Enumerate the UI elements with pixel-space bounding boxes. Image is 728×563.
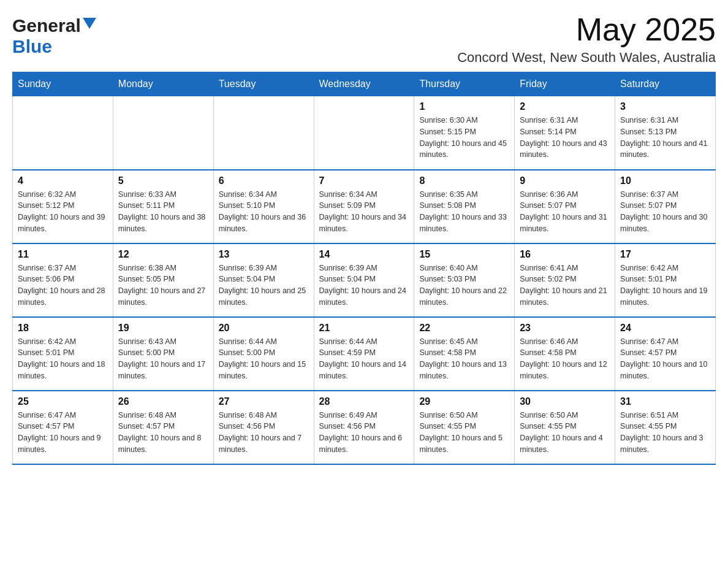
day-number: 31: [620, 396, 710, 407]
calendar-cell: 17Sunrise: 6:42 AMSunset: 5:01 PMDayligh…: [615, 243, 716, 317]
calendar-cell: 12Sunrise: 6:38 AMSunset: 5:05 PMDayligh…: [113, 243, 213, 317]
calendar-cell: 31Sunrise: 6:51 AMSunset: 4:55 PMDayligh…: [615, 391, 716, 464]
calendar-cell: 24Sunrise: 6:47 AMSunset: 4:57 PMDayligh…: [615, 317, 716, 391]
day-number: 22: [419, 323, 509, 334]
calendar-table: SundayMondayTuesdayWednesdayThursdayFrid…: [12, 72, 716, 465]
day-info: Sunrise: 6:34 AMSunset: 5:09 PMDaylight:…: [319, 189, 409, 235]
calendar-week-row: 4Sunrise: 6:32 AMSunset: 5:12 PMDaylight…: [13, 170, 716, 243]
calendar-cell: 28Sunrise: 6:49 AMSunset: 4:56 PMDayligh…: [314, 391, 414, 464]
day-number: 28: [319, 396, 409, 407]
column-header-friday: Friday: [515, 72, 615, 96]
day-info: Sunrise: 6:37 AMSunset: 5:06 PMDaylight:…: [18, 262, 108, 308]
calendar-cell: 6Sunrise: 6:34 AMSunset: 5:10 PMDaylight…: [213, 170, 314, 243]
day-info: Sunrise: 6:34 AMSunset: 5:10 PMDaylight:…: [219, 189, 309, 235]
calendar-week-row: 1Sunrise: 6:30 AMSunset: 5:15 PMDaylight…: [13, 96, 716, 170]
calendar-cell: 29Sunrise: 6:50 AMSunset: 4:55 PMDayligh…: [414, 391, 515, 464]
calendar-cell: [213, 96, 314, 170]
day-info: Sunrise: 6:32 AMSunset: 5:12 PMDaylight:…: [18, 189, 108, 235]
column-header-thursday: Thursday: [414, 72, 515, 96]
day-number: 10: [620, 175, 710, 186]
day-info: Sunrise: 6:47 AMSunset: 4:57 PMDaylight:…: [620, 336, 710, 382]
day-number: 29: [419, 396, 509, 407]
day-number: 20: [219, 323, 309, 334]
day-number: 24: [620, 323, 710, 334]
day-info: Sunrise: 6:39 AMSunset: 5:04 PMDaylight:…: [319, 262, 409, 308]
day-info: Sunrise: 6:44 AMSunset: 5:00 PMDaylight:…: [219, 336, 309, 382]
day-number: 1: [419, 101, 509, 112]
day-info: Sunrise: 6:46 AMSunset: 4:58 PMDaylight:…: [520, 336, 610, 382]
title-section: May 2025 Concord West, New South Wales, …: [457, 12, 716, 66]
calendar-cell: [314, 96, 414, 170]
day-number: 21: [319, 323, 409, 334]
day-info: Sunrise: 6:35 AMSunset: 5:08 PMDaylight:…: [419, 189, 509, 235]
day-info: Sunrise: 6:51 AMSunset: 4:55 PMDaylight:…: [620, 410, 710, 456]
day-number: 5: [118, 175, 208, 186]
day-number: 19: [118, 323, 208, 334]
day-number: 15: [419, 249, 509, 260]
calendar-cell: 25Sunrise: 6:47 AMSunset: 4:57 PMDayligh…: [13, 391, 113, 464]
day-info: Sunrise: 6:42 AMSunset: 5:01 PMDaylight:…: [18, 336, 108, 382]
day-number: 7: [319, 175, 409, 186]
month-year-title: May 2025: [457, 12, 716, 47]
calendar-cell: 20Sunrise: 6:44 AMSunset: 5:00 PMDayligh…: [213, 317, 314, 391]
calendar-cell: 1Sunrise: 6:30 AMSunset: 5:15 PMDaylight…: [414, 96, 515, 170]
day-number: 18: [18, 323, 108, 334]
calendar-cell: 10Sunrise: 6:37 AMSunset: 5:07 PMDayligh…: [615, 170, 716, 243]
calendar-cell: 3Sunrise: 6:31 AMSunset: 5:13 PMDaylight…: [615, 96, 716, 170]
calendar-cell: 9Sunrise: 6:36 AMSunset: 5:07 PMDaylight…: [515, 170, 615, 243]
calendar-cell: 18Sunrise: 6:42 AMSunset: 5:01 PMDayligh…: [13, 317, 113, 391]
calendar-cell: 23Sunrise: 6:46 AMSunset: 4:58 PMDayligh…: [515, 317, 615, 391]
day-info: Sunrise: 6:40 AMSunset: 5:03 PMDaylight:…: [419, 262, 509, 308]
day-info: Sunrise: 6:31 AMSunset: 5:13 PMDaylight:…: [620, 115, 710, 161]
day-info: Sunrise: 6:41 AMSunset: 5:02 PMDaylight:…: [520, 262, 610, 308]
calendar-cell: 15Sunrise: 6:40 AMSunset: 5:03 PMDayligh…: [414, 243, 515, 317]
column-header-wednesday: Wednesday: [314, 72, 414, 96]
day-info: Sunrise: 6:38 AMSunset: 5:05 PMDaylight:…: [118, 262, 208, 308]
calendar-cell: 22Sunrise: 6:45 AMSunset: 4:58 PMDayligh…: [414, 317, 515, 391]
day-info: Sunrise: 6:48 AMSunset: 4:56 PMDaylight:…: [219, 410, 309, 456]
column-header-saturday: Saturday: [615, 72, 716, 96]
calendar-cell: 21Sunrise: 6:44 AMSunset: 4:59 PMDayligh…: [314, 317, 414, 391]
calendar-cell: 4Sunrise: 6:32 AMSunset: 5:12 PMDaylight…: [13, 170, 113, 243]
calendar-cell: 27Sunrise: 6:48 AMSunset: 4:56 PMDayligh…: [213, 391, 314, 464]
day-number: 25: [18, 396, 108, 407]
location-subtitle: Concord West, New South Wales, Australia: [457, 50, 716, 66]
calendar-cell: 16Sunrise: 6:41 AMSunset: 5:02 PMDayligh…: [515, 243, 615, 317]
day-info: Sunrise: 6:30 AMSunset: 5:15 PMDaylight:…: [419, 115, 509, 161]
day-info: Sunrise: 6:50 AMSunset: 4:55 PMDaylight:…: [419, 410, 509, 456]
calendar-cell: 13Sunrise: 6:39 AMSunset: 5:04 PMDayligh…: [213, 243, 314, 317]
day-number: 23: [520, 323, 610, 334]
calendar-week-row: 25Sunrise: 6:47 AMSunset: 4:57 PMDayligh…: [13, 391, 716, 464]
logo: General Blue: [12, 12, 96, 57]
calendar-cell: [13, 96, 113, 170]
day-number: 2: [520, 101, 610, 112]
calendar-cell: 30Sunrise: 6:50 AMSunset: 4:55 PMDayligh…: [515, 391, 615, 464]
calendar-week-row: 11Sunrise: 6:37 AMSunset: 5:06 PMDayligh…: [13, 243, 716, 317]
day-info: Sunrise: 6:33 AMSunset: 5:11 PMDaylight:…: [118, 189, 208, 235]
day-info: Sunrise: 6:44 AMSunset: 4:59 PMDaylight:…: [319, 336, 409, 382]
calendar-cell: 19Sunrise: 6:43 AMSunset: 5:00 PMDayligh…: [113, 317, 213, 391]
column-header-sunday: Sunday: [13, 72, 113, 96]
calendar-cell: 8Sunrise: 6:35 AMSunset: 5:08 PMDaylight…: [414, 170, 515, 243]
day-info: Sunrise: 6:49 AMSunset: 4:56 PMDaylight:…: [319, 410, 409, 456]
day-info: Sunrise: 6:36 AMSunset: 5:07 PMDaylight:…: [520, 189, 610, 235]
day-info: Sunrise: 6:31 AMSunset: 5:14 PMDaylight:…: [520, 115, 610, 161]
day-number: 4: [18, 175, 108, 186]
day-number: 8: [419, 175, 509, 186]
logo-arrow-icon: [83, 18, 96, 31]
day-number: 9: [520, 175, 610, 186]
calendar-cell: 2Sunrise: 6:31 AMSunset: 5:14 PMDaylight…: [515, 96, 615, 170]
calendar-cell: 26Sunrise: 6:48 AMSunset: 4:57 PMDayligh…: [113, 391, 213, 464]
day-number: 16: [520, 249, 610, 260]
calendar-cell: 14Sunrise: 6:39 AMSunset: 5:04 PMDayligh…: [314, 243, 414, 317]
day-info: Sunrise: 6:50 AMSunset: 4:55 PMDaylight:…: [520, 410, 610, 456]
calendar-cell: 11Sunrise: 6:37 AMSunset: 5:06 PMDayligh…: [13, 243, 113, 317]
day-info: Sunrise: 6:37 AMSunset: 5:07 PMDaylight:…: [620, 189, 710, 235]
calendar-cell: 5Sunrise: 6:33 AMSunset: 5:11 PMDaylight…: [113, 170, 213, 243]
page-header: General Blue May 2025 Concord West, New …: [12, 12, 716, 66]
day-number: 13: [219, 249, 309, 260]
calendar-week-row: 18Sunrise: 6:42 AMSunset: 5:01 PMDayligh…: [13, 317, 716, 391]
day-info: Sunrise: 6:42 AMSunset: 5:01 PMDaylight:…: [620, 262, 710, 308]
day-number: 11: [18, 249, 108, 260]
day-info: Sunrise: 6:39 AMSunset: 5:04 PMDaylight:…: [219, 262, 309, 308]
